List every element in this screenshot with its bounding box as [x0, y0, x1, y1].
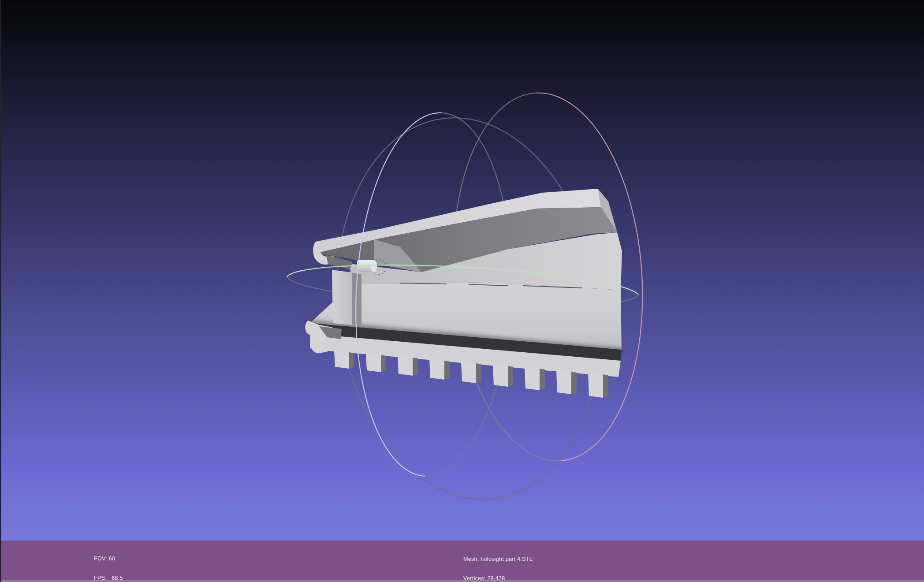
- mesh-web: [332, 270, 352, 325]
- hud-mesh-info: Mesh: holosight part 4.STL Vertices: 29,…: [463, 543, 533, 582]
- 3d-viewport[interactable]: [1, 0, 924, 541]
- fps-label: FPS: 68.5: [94, 575, 140, 582]
- fov-label: FOV: 60: [94, 556, 140, 562]
- meshlab-window: FOV: 60 FPS: 68.5 BO_RENDERING Mesh: hol…: [0, 0, 924, 582]
- vertices-label: Vertices: 29,428: [463, 575, 533, 582]
- mesh-model[interactable]: [305, 189, 623, 398]
- mesh-name-label: Mesh: holosight part 4.STL: [463, 556, 533, 563]
- hud-render-info: FOV: 60 FPS: 68.5 BO_RENDERING: [94, 543, 140, 582]
- mesh-render-canvas[interactable]: [1, 0, 924, 541]
- status-bar: FOV: 60 FPS: 68.5 BO_RENDERING Mesh: hol…: [1, 541, 924, 582]
